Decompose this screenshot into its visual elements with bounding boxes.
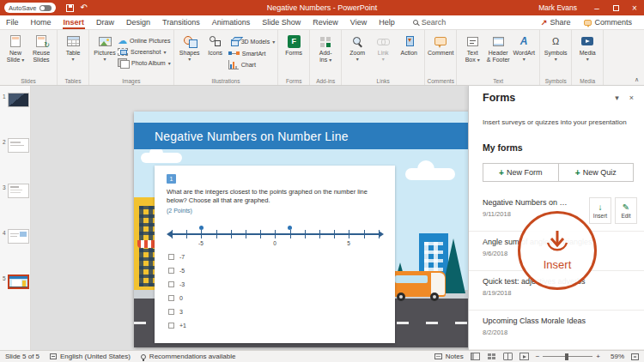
media-button[interactable]: Media ▾ (574, 32, 600, 63)
undo-icon[interactable]: ↶ (81, 3, 88, 12)
form-list-item[interactable]: Upcoming Class Morale Ideas 8/2/2018 (469, 311, 644, 350)
lightbulb-icon (141, 354, 146, 359)
maximize-button[interactable] (606, 0, 625, 15)
slide-thumbnail-2[interactable] (8, 138, 29, 153)
new-slide-button[interactable]: New Slide ▾ (3, 32, 28, 64)
tab-help[interactable]: Help (373, 15, 401, 29)
tab-draw[interactable]: Draw (90, 15, 120, 29)
fit-to-window-icon[interactable] (631, 353, 639, 360)
share-button[interactable]: ↗ Share (536, 18, 576, 27)
wordart-button[interactable]: A WordArt ▾ (511, 32, 537, 63)
online-pictures-button[interactable]: ☁ Online Pictures (118, 36, 171, 45)
text-box-button[interactable]: Text Box ▾ (459, 32, 485, 64)
close-button[interactable]: × (625, 0, 644, 15)
recommendations-button[interactable]: Recommendations available (141, 353, 236, 360)
language-button[interactable]: English (United States) (50, 353, 131, 360)
header-footer-button[interactable]: Header & Footer (485, 32, 511, 64)
slide-thumbnail-4[interactable] (8, 229, 29, 244)
screenshot-button[interactable]: Screenshot ▾ (118, 48, 171, 56)
wordart-icon: A (520, 36, 528, 46)
save-icon[interactable] (66, 4, 74, 12)
form-edit-button[interactable]: ✎ Edit (615, 197, 637, 224)
answer-choice[interactable]: -7 (168, 254, 185, 260)
tab-insert[interactable]: Insert (58, 15, 91, 29)
checkbox-icon[interactable] (168, 323, 174, 329)
slide-indicator[interactable]: Slide 5 of 5 (5, 353, 39, 360)
chart-button[interactable]: Chart (228, 60, 275, 69)
pane-close-icon[interactable]: × (629, 94, 634, 102)
checkbox-icon[interactable] (168, 281, 174, 287)
slide-title-banner[interactable]: Negative Numbers on Number Line (134, 123, 468, 149)
3d-models-button[interactable]: 3D Models ▾ (228, 36, 275, 46)
zoom-slider[interactable] (543, 356, 592, 357)
comments-button[interactable]: Comments (579, 18, 637, 27)
answer-choice[interactable]: -3 (168, 281, 185, 287)
answer-choice[interactable]: -5 (168, 268, 185, 274)
embedded-form-card[interactable]: 1 What are the integers closest to the p… (155, 166, 395, 343)
tab-slide-show[interactable]: Slide Show (256, 15, 307, 29)
collapse-ribbon-button[interactable]: ∧ (635, 76, 639, 83)
forms-pane: Forms ▾ × Insert surveys or quizzes into… (468, 86, 644, 350)
answer-choice[interactable]: 0 (168, 295, 183, 301)
notes-button[interactable]: Notes (434, 353, 464, 360)
zoom-out-button[interactable]: − (536, 353, 540, 360)
action-button[interactable]: Action (396, 32, 422, 57)
addins-button[interactable]: Add- ins ▾ (313, 32, 338, 64)
zoom-button[interactable]: Zoom ▾ (344, 32, 370, 63)
reuse-slides-button[interactable]: Reuse Slides (28, 32, 54, 64)
autosave-toggle[interactable]: AutoSave (4, 3, 56, 13)
answer-choice[interactable]: +1 (168, 323, 186, 329)
new-form-button[interactable]: + New Form (483, 164, 558, 181)
shapes-button[interactable]: Shapes ▾ (177, 32, 203, 63)
table-button[interactable]: Table ▾ (60, 32, 86, 63)
slide-editor[interactable]: Negative Numbers on Number Line 1 What a… (134, 112, 468, 347)
dropdown-caret-icon: ▾ (163, 49, 166, 55)
slide-thumbnail-1[interactable] (8, 93, 29, 107)
reading-view-button[interactable] (503, 353, 513, 360)
checkbox-icon[interactable] (168, 254, 174, 260)
slide-thumbnail-3[interactable] (8, 184, 29, 198)
tab-file[interactable]: File (0, 15, 25, 29)
comment-button[interactable]: Comment (428, 32, 453, 57)
search-box[interactable]: Search (413, 18, 447, 27)
tab-transitions[interactable]: Transitions (156, 15, 206, 29)
user-name[interactable]: Mark Evans (538, 3, 577, 12)
slideshow-view-button[interactable] (519, 353, 529, 360)
ribbon-group-illustrations: Shapes ▾ Icons 3D Models ▾ SmartArt (174, 30, 278, 85)
icons-button[interactable]: Icons (203, 32, 228, 57)
photo-album-button[interactable]: Photo Album ▾ (118, 58, 171, 67)
minimize-button[interactable]: – (587, 0, 606, 15)
tab-home[interactable]: Home (25, 15, 58, 29)
forms-button[interactable]: F Forms (281, 32, 307, 57)
zoom-level[interactable]: 59% (607, 353, 624, 360)
smartart-button[interactable]: SmartArt (228, 49, 275, 57)
zoom-slider-knob[interactable] (565, 353, 568, 360)
thumbnail-number: 3 (3, 184, 6, 190)
tab-design[interactable]: Design (120, 15, 156, 29)
symbols-button[interactable]: Ω Symbols ▾ (543, 32, 568, 63)
autosave-switch-icon (39, 5, 52, 11)
thumbnail-number: 4 (3, 230, 6, 236)
ribbon-tab-row: File Home Insert Draw Design Transitions… (0, 15, 644, 30)
checkbox-icon[interactable] (168, 309, 174, 315)
checkbox-icon[interactable] (168, 295, 174, 301)
slide-sorter-view-button[interactable] (487, 353, 496, 360)
zoom-control: − + (536, 353, 600, 360)
slide-thumbnail-5-selected[interactable] (8, 275, 29, 289)
answer-choice[interactable]: 3 (168, 309, 183, 315)
pane-options-chevron-icon[interactable]: ▾ (615, 94, 619, 102)
ribbon-group-tables: Table ▾ Tables (58, 30, 89, 85)
ribbon-group-addins: Add- ins ▾ Add-ins (310, 30, 342, 85)
tab-view[interactable]: View (344, 15, 373, 29)
normal-view-button[interactable] (471, 353, 480, 360)
new-quiz-button[interactable]: + New Quiz (558, 164, 634, 181)
zoom-in-button[interactable]: + (596, 353, 600, 360)
tab-animations[interactable]: Animations (206, 15, 257, 29)
ribbon-group-text: Text Box ▾ Header & Footer A WordArt ▾ T… (457, 30, 540, 85)
form-insert-button[interactable]: ↓ Insert (589, 197, 611, 224)
numberline-point (288, 226, 292, 230)
tab-review[interactable]: Review (307, 15, 344, 29)
checkbox-icon[interactable] (168, 268, 174, 274)
slide-title: Negative Numbers on Number Line (155, 130, 349, 143)
pictures-button[interactable]: Pictures ▾ (92, 32, 118, 63)
